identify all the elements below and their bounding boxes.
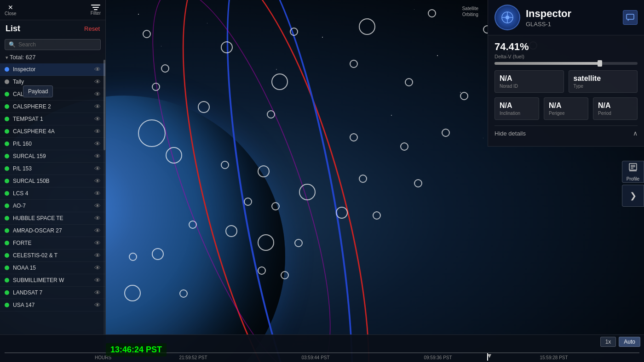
visibility-toggle[interactable]: 👁 bbox=[94, 202, 101, 209]
sat-dot-32[interactable] bbox=[129, 253, 137, 261]
satellite-list-item[interactable]: CALSPHERE 2👁 bbox=[0, 101, 105, 113]
sat-dot-15[interactable] bbox=[350, 133, 358, 141]
sat-dot-11[interactable] bbox=[460, 92, 468, 100]
visibility-toggle[interactable]: 👁 bbox=[94, 103, 101, 110]
reset-button[interactable]: Reset bbox=[84, 25, 100, 32]
type-label: Type bbox=[574, 84, 633, 89]
visibility-toggle[interactable]: 👁 bbox=[94, 277, 101, 284]
sat-dot-38[interactable] bbox=[161, 64, 169, 73]
satellite-list-item[interactable]: SURCAL 150B👁 bbox=[0, 175, 105, 187]
visibility-toggle[interactable]: 👁 bbox=[94, 115, 101, 123]
satellite-list-item[interactable]: Inspector👁 bbox=[0, 63, 105, 76]
speed-auto-button[interactable]: Auto bbox=[619, 337, 640, 347]
hide-details-button[interactable]: Hide details ∧ bbox=[494, 125, 638, 141]
sat-dot-8[interactable] bbox=[271, 74, 288, 90]
sat-dot-20[interactable] bbox=[258, 165, 270, 177]
visibility-toggle[interactable]: 👁 bbox=[94, 264, 101, 272]
sat-dot-18[interactable] bbox=[166, 147, 182, 164]
sat-dot-28[interactable] bbox=[189, 221, 197, 229]
search-input[interactable] bbox=[18, 41, 97, 48]
close-button[interactable]: ✕ Close bbox=[5, 4, 17, 16]
sat-dot-16[interactable] bbox=[400, 142, 408, 151]
satellite-list-item[interactable]: SUBMILLIMETER W👁 bbox=[0, 274, 105, 287]
sat-orbiting-text2: Orbiting bbox=[462, 11, 478, 17]
sat-dot-36[interactable] bbox=[124, 285, 141, 301]
sat-dot-31[interactable] bbox=[294, 239, 303, 247]
sat-name-label: USA 147 bbox=[13, 302, 94, 308]
sat-dot-37[interactable] bbox=[179, 289, 188, 298]
sat-dot-34[interactable] bbox=[258, 266, 266, 275]
satellite-list-item[interactable]: SURCAL 159👁 bbox=[0, 150, 105, 163]
satellite-list-item[interactable]: P/L 153👁 bbox=[0, 163, 105, 175]
sat-dot-25[interactable] bbox=[271, 202, 280, 210]
visibility-toggle[interactable]: 👁 bbox=[94, 140, 101, 147]
sat-dot-39[interactable] bbox=[152, 83, 160, 91]
sat-dot-1[interactable] bbox=[290, 28, 298, 36]
filter-button[interactable]: Filter bbox=[91, 4, 101, 16]
satellite-list-item[interactable]: LCS 4👁 bbox=[0, 187, 105, 200]
chat-button[interactable] bbox=[623, 10, 638, 25]
sat-dot-29[interactable] bbox=[225, 225, 237, 237]
sat-name-label: TEMPSAT 1 bbox=[13, 116, 94, 122]
sat-dot-17[interactable] bbox=[442, 129, 450, 137]
speed-1x-button[interactable]: 1x bbox=[600, 337, 616, 347]
visibility-toggle[interactable]: 👁 bbox=[94, 153, 101, 160]
sat-name-label: CALSPHERE 2 bbox=[13, 103, 94, 110]
sat-dot-23[interactable] bbox=[299, 184, 316, 200]
visibility-toggle[interactable]: 👁 bbox=[94, 289, 101, 296]
profile-button[interactable]: Profile bbox=[622, 161, 644, 183]
sat-dot-14[interactable] bbox=[198, 101, 210, 113]
visibility-toggle[interactable]: 👁 bbox=[94, 165, 101, 172]
sat-dot-3[interactable] bbox=[428, 9, 436, 17]
period-label: Period bbox=[598, 111, 632, 116]
sat-dot-27[interactable] bbox=[373, 211, 381, 220]
visibility-toggle[interactable]: 👁 bbox=[94, 239, 101, 247]
visibility-toggle[interactable]: 👁 bbox=[94, 190, 101, 197]
sat-color-indicator bbox=[5, 216, 9, 221]
satellite-list-item[interactable]: NOAA 15👁 bbox=[0, 262, 105, 274]
satellite-list-item[interactable]: CELESTIS-02 & T👁 bbox=[0, 249, 105, 262]
next-button[interactable]: ❯ bbox=[622, 185, 644, 207]
timeline-bar[interactable]: HOURS 21:59:52 PST 03:59:44 PST 09:59:36… bbox=[0, 349, 644, 362]
sidebar-scrollbar[interactable] bbox=[104, 60, 105, 362]
satellite-list-item[interactable]: TEMPSAT 1👁 bbox=[0, 113, 105, 125]
sat-dot-2[interactable] bbox=[359, 18, 375, 35]
satellite-list-item[interactable]: USA 147👁 bbox=[0, 299, 105, 311]
sat-dot-13[interactable] bbox=[138, 119, 166, 147]
sat-dot-4[interactable] bbox=[143, 30, 151, 38]
visibility-toggle[interactable]: 👁 bbox=[94, 128, 101, 135]
sat-dot-26[interactable] bbox=[336, 207, 348, 219]
sat-color-indicator bbox=[5, 179, 9, 183]
sat-dot-22[interactable] bbox=[414, 179, 422, 187]
filter-label: Filter bbox=[91, 11, 101, 16]
visibility-toggle[interactable]: 👁 bbox=[94, 90, 101, 98]
visibility-toggle[interactable]: 👁 bbox=[94, 66, 101, 73]
visibility-toggle[interactable]: 👁 bbox=[94, 252, 101, 259]
sat-dot-24[interactable] bbox=[244, 198, 252, 206]
sat-dot-12[interactable] bbox=[267, 110, 275, 119]
satellite-list-item[interactable]: LANDSAT 7👁 bbox=[0, 287, 105, 299]
satellite-list-item[interactable]: CALSPHERE 4A👁 bbox=[0, 125, 105, 138]
sat-dot-19[interactable] bbox=[221, 161, 229, 169]
sat-dot-5[interactable] bbox=[221, 41, 233, 53]
visibility-toggle[interactable]: 👁 bbox=[94, 227, 101, 234]
visibility-toggle[interactable]: 👁 bbox=[94, 301, 101, 309]
timeline-time5: 15:59:28 PST bbox=[540, 355, 568, 360]
satellite-list-item[interactable]: AMRAD-OSCAR 27👁 bbox=[0, 225, 105, 237]
satellite-list-item[interactable]: AO-7👁 bbox=[0, 200, 105, 212]
sat-dot-10[interactable] bbox=[405, 78, 413, 86]
sat-dot-30[interactable] bbox=[258, 234, 274, 251]
sat-dot-33[interactable] bbox=[152, 248, 164, 260]
stats-row-2: N/A Inclination N/A Perigee N/A Period bbox=[494, 97, 638, 120]
sat-dot-9[interactable] bbox=[350, 60, 358, 68]
satellite-list-item[interactable]: HUBBLE SPACE TE👁 bbox=[0, 212, 105, 225]
visibility-toggle[interactable]: 👁 bbox=[94, 177, 101, 185]
satellite-list-item[interactable]: FORTE👁 bbox=[0, 237, 105, 249]
visibility-toggle[interactable]: 👁 bbox=[94, 78, 101, 85]
visibility-toggle[interactable]: 👁 bbox=[94, 215, 101, 222]
sat-dot-35[interactable] bbox=[281, 271, 289, 279]
inspector-header: Inspector GLASS-1 bbox=[488, 0, 644, 35]
sat-dot-21[interactable] bbox=[359, 175, 367, 183]
sat-color-indicator bbox=[5, 67, 9, 72]
satellite-list-item[interactable]: P/L 160👁 bbox=[0, 138, 105, 150]
